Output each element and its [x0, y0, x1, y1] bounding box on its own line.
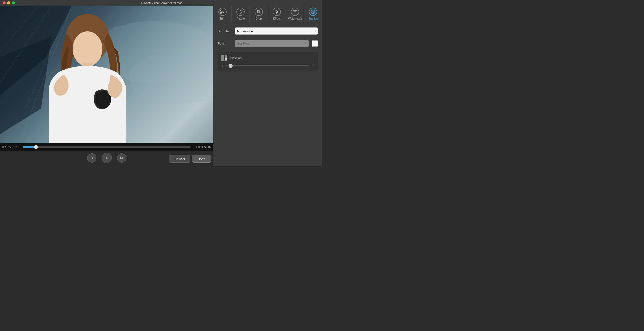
svg-rect-35	[293, 11, 297, 13]
subtitle-panel: Subtitle: No subtitle Font: Set Font	[213, 22, 322, 166]
cancel-button[interactable]: Cancel	[169, 155, 190, 163]
current-time: 00:00:22.87	[2, 145, 21, 149]
slider-track[interactable]	[226, 65, 309, 66]
svg-line-31	[275, 11, 276, 11]
svg-marker-11	[91, 157, 93, 159]
subtitle-label: Subtitle	[308, 17, 318, 20]
maximize-button[interactable]	[12, 1, 15, 4]
svg-line-34	[275, 13, 276, 13]
tool-crop[interactable]: Crop	[250, 6, 268, 22]
effect-icon	[273, 8, 281, 16]
minimize-button[interactable]	[7, 1, 10, 4]
svg-marker-13	[106, 157, 108, 159]
slider-thumb[interactable]	[229, 64, 233, 68]
svg-point-26	[276, 11, 278, 13]
tool-subtitle[interactable]: A Subtitle	[304, 6, 322, 22]
tool-rotate[interactable]: Rotate	[232, 6, 250, 22]
slider-minus[interactable]: −	[312, 63, 314, 68]
svg-marker-20	[239, 10, 240, 11]
position-section: Position + −	[218, 52, 318, 71]
play-icon	[105, 156, 109, 160]
total-time: 00:04:56.82	[193, 145, 211, 149]
font-select[interactable]: Set Font	[235, 40, 309, 47]
svg-line-33	[278, 11, 278, 11]
font-field-row: Font: Set Font	[218, 40, 318, 47]
font-field-label: Font:	[218, 42, 232, 45]
right-panel: Trim Rotate	[213, 6, 322, 166]
window-controls[interactable]	[3, 1, 15, 4]
watermark-label: Watermark	[288, 17, 302, 20]
rotate-icon	[236, 8, 245, 16]
subtitle-select-wrapper[interactable]: No subtitle	[235, 27, 318, 35]
prev-icon	[90, 156, 94, 160]
play-button[interactable]	[102, 153, 112, 163]
video-background	[0, 6, 213, 143]
done-button[interactable]: Done	[192, 155, 211, 163]
svg-rect-15	[122, 157, 123, 159]
rotate-label: Rotate	[236, 17, 245, 20]
position-title: Position	[230, 56, 242, 60]
next-icon	[120, 156, 123, 160]
font-select-wrapper[interactable]: Set Font	[235, 40, 309, 47]
trim-icon	[218, 8, 227, 16]
svg-line-32	[278, 13, 278, 13]
titlebar: Ukeysoft Video Converter for Mac	[0, 0, 322, 6]
svg-marker-14	[120, 157, 122, 159]
tool-watermark[interactable]: Watermark	[286, 6, 304, 22]
effect-label: Effect	[273, 17, 280, 20]
tool-trim[interactable]: Trim	[213, 6, 232, 22]
main-container: 00:00:22.87 00:04:56.82	[0, 6, 322, 166]
subtitle-select[interactable]: No subtitle	[235, 27, 318, 35]
trim-label: Trim	[220, 17, 225, 20]
video-frame	[0, 6, 213, 143]
subtitle-field-row: Subtitle: No subtitle	[218, 27, 318, 35]
controls-bar: Cancel Done	[0, 151, 213, 166]
prev-button[interactable]	[87, 153, 96, 163]
progress-track[interactable]	[23, 146, 190, 148]
svg-rect-25	[258, 11, 260, 13]
timeline-bar: 00:00:22.87 00:04:56.82	[0, 143, 213, 151]
subtitle-icon: A	[309, 8, 317, 16]
tool-effect[interactable]: Effect	[268, 6, 286, 22]
video-area: 00:00:22.87 00:04:56.82	[0, 6, 213, 166]
svg-point-9	[73, 31, 102, 66]
svg-rect-12	[91, 157, 91, 159]
slider-plus[interactable]: +	[221, 63, 223, 68]
watermark-icon	[291, 8, 299, 16]
crop-label: Crop	[256, 17, 262, 20]
position-header: Position	[221, 55, 314, 61]
subtitle-field-label: Subtitle:	[218, 29, 232, 33]
editing-toolbar: Trim Rotate	[213, 6, 322, 22]
slider-row: + −	[221, 63, 314, 68]
person-figure	[0, 6, 213, 143]
svg-text:A: A	[312, 11, 314, 13]
progress-fill	[23, 146, 36, 148]
crop-icon	[255, 8, 263, 16]
window-title: Ukeysoft Video Converter for Mac	[140, 1, 182, 4]
progress-thumb[interactable]	[34, 145, 38, 149]
font-color-swatch[interactable]	[312, 40, 318, 47]
next-button[interactable]	[117, 153, 126, 163]
position-grid-icon	[221, 55, 227, 61]
close-button[interactable]	[3, 1, 6, 4]
